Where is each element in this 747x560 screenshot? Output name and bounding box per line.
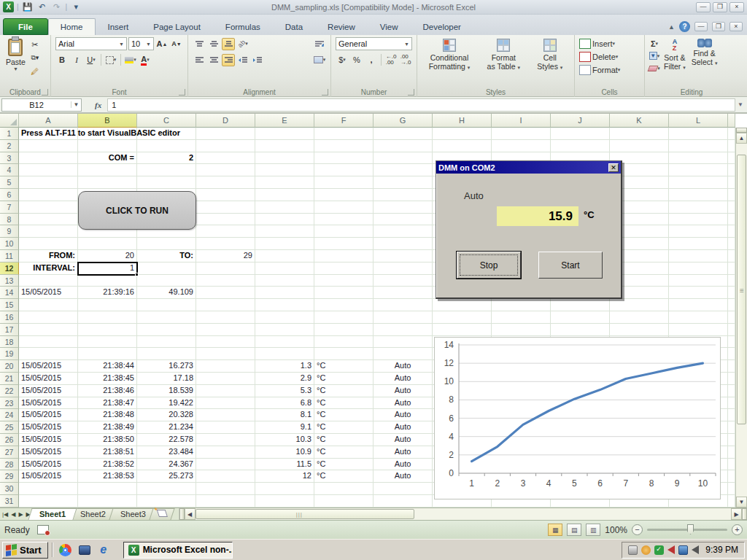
cell-C17[interactable] bbox=[137, 324, 196, 336]
row-header-8[interactable]: 8 bbox=[0, 214, 19, 226]
cell-A24[interactable]: 15/05/2015 bbox=[19, 409, 78, 421]
cell-G25[interactable]: Auto bbox=[374, 421, 433, 434]
cell-B25[interactable]: 21:38:49 bbox=[78, 421, 137, 434]
qat-customize-icon[interactable]: ▾ bbox=[70, 1, 82, 12]
row-header-23[interactable]: 23 bbox=[0, 397, 19, 410]
cell-C18[interactable] bbox=[137, 336, 196, 349]
number-dialog-launcher[interactable] bbox=[408, 89, 414, 96]
cell-E18[interactable] bbox=[255, 336, 314, 349]
cell-J16[interactable] bbox=[551, 311, 610, 324]
cell-L6[interactable] bbox=[669, 189, 728, 201]
row-header-10[interactable]: 10 bbox=[0, 238, 19, 250]
cell-A14[interactable]: 15/05/2015 bbox=[19, 287, 78, 299]
row-header-21[interactable]: 21 bbox=[0, 373, 19, 385]
font-dialog-launcher[interactable] bbox=[179, 89, 185, 96]
row-header-30[interactable]: 30 bbox=[0, 483, 19, 495]
cell-D20[interactable] bbox=[196, 360, 255, 373]
cell-A11[interactable]: FROM: bbox=[19, 250, 78, 262]
row-header-28[interactable]: 28 bbox=[0, 459, 19, 471]
cell-B14[interactable]: 21:39:16 bbox=[78, 287, 137, 299]
tray-sync-icon[interactable] bbox=[654, 545, 664, 555]
cell-F5[interactable] bbox=[314, 176, 374, 189]
cell-G24[interactable]: Auto bbox=[374, 409, 433, 421]
cell-A7[interactable] bbox=[19, 201, 78, 214]
redo-icon[interactable]: ↷ bbox=[51, 1, 63, 12]
tray-printer-icon[interactable] bbox=[628, 545, 638, 555]
cell-E4[interactable] bbox=[255, 164, 314, 176]
cell-D1[interactable] bbox=[196, 128, 255, 140]
cell-E20[interactable]: 1.3 bbox=[255, 360, 314, 373]
cell-J1[interactable] bbox=[551, 128, 610, 140]
horizontal-scroll-thumb[interactable] bbox=[196, 509, 414, 519]
cell-G30[interactable] bbox=[374, 483, 433, 495]
cell-A20[interactable]: 15/05/2015 bbox=[19, 360, 78, 373]
autosum-icon[interactable]: Σ ▾ bbox=[648, 37, 661, 50]
font-size-combo[interactable]: 10▼ bbox=[128, 37, 154, 50]
cell-G10[interactable] bbox=[374, 238, 433, 250]
font-color-icon[interactable]: A▾ bbox=[139, 54, 152, 66]
cell-E22[interactable]: 5.3 bbox=[255, 385, 314, 397]
cell-D16[interactable] bbox=[196, 311, 255, 324]
cell-A28[interactable]: 15/05/2015 bbox=[19, 459, 78, 471]
scroll-right-icon[interactable]: ▶ bbox=[731, 508, 742, 520]
name-box-dropdown-icon[interactable]: ▼ bbox=[71, 101, 81, 108]
cell-G13[interactable] bbox=[374, 275, 433, 287]
cell-C24[interactable]: 20.328 bbox=[137, 409, 196, 421]
paste-button[interactable]: Paste▼ bbox=[3, 37, 28, 77]
cell-F1[interactable] bbox=[314, 128, 374, 140]
cell-E30[interactable] bbox=[255, 483, 314, 495]
fill-icon[interactable]: ▼ ▾ bbox=[648, 50, 661, 62]
active-cell-selection[interactable] bbox=[77, 262, 138, 276]
cell-E7[interactable] bbox=[255, 201, 314, 214]
cell-D21[interactable] bbox=[196, 373, 255, 385]
cell-F29[interactable]: °C bbox=[314, 470, 374, 483]
cell-L15[interactable] bbox=[669, 299, 728, 311]
vertical-scroll-thumb[interactable] bbox=[737, 155, 746, 424]
cell-D9[interactable] bbox=[196, 225, 255, 238]
cell-F31[interactable] bbox=[314, 495, 374, 508]
cell-D8[interactable] bbox=[196, 214, 255, 226]
cell-G22[interactable]: Auto bbox=[374, 385, 433, 397]
column-header-E[interactable]: E bbox=[255, 114, 314, 128]
fill-handle[interactable] bbox=[135, 273, 139, 276]
column-header-L[interactable]: L bbox=[669, 114, 728, 128]
excel-task-button[interactable]: X Microsoft Excel non-... bbox=[123, 542, 233, 559]
align-right-icon[interactable] bbox=[222, 54, 235, 66]
cell-E2[interactable] bbox=[255, 140, 314, 152]
undo-icon[interactable]: ↶ bbox=[36, 1, 48, 12]
cell-E3[interactable] bbox=[255, 152, 314, 165]
cell-L3[interactable] bbox=[669, 152, 728, 165]
cell-G8[interactable] bbox=[374, 214, 433, 226]
cell-F30[interactable] bbox=[314, 483, 374, 495]
row-header-9[interactable]: 9 bbox=[0, 225, 19, 238]
tab-data[interactable]: Data bbox=[273, 18, 315, 35]
cell-C26[interactable]: 22.578 bbox=[137, 434, 196, 446]
cell-A18[interactable] bbox=[19, 336, 78, 349]
cell-F12[interactable] bbox=[314, 262, 374, 275]
cell-B20[interactable]: 21:38:44 bbox=[78, 360, 137, 373]
cell-G18[interactable] bbox=[374, 336, 433, 349]
row-header-19[interactable]: 19 bbox=[0, 348, 19, 360]
cell-B29[interactable]: 21:38:53 bbox=[78, 470, 137, 483]
cell-E5[interactable] bbox=[255, 176, 314, 189]
format-as-table-button[interactable]: Formatas Table ▾ bbox=[484, 37, 523, 72]
cell-D14[interactable] bbox=[196, 287, 255, 299]
cell-B15[interactable] bbox=[78, 299, 137, 311]
cell-B26[interactable]: 21:38:50 bbox=[78, 434, 137, 446]
cell-D29[interactable] bbox=[196, 470, 255, 483]
cell-G12[interactable] bbox=[374, 262, 433, 275]
cell-B5[interactable] bbox=[78, 176, 137, 189]
borders-icon[interactable]: ▾ bbox=[104, 54, 117, 66]
cell-E29[interactable]: 12 bbox=[255, 470, 314, 483]
cell-F28[interactable]: °C bbox=[314, 459, 374, 471]
row-header-20[interactable]: 20 bbox=[0, 360, 19, 373]
cell-E28[interactable]: 11.5 bbox=[255, 459, 314, 471]
cell-H16[interactable] bbox=[433, 311, 492, 324]
shrink-font-icon[interactable]: A▼ bbox=[170, 38, 183, 50]
cell-G21[interactable]: Auto bbox=[374, 373, 433, 385]
cell-A22[interactable]: 15/05/2015 bbox=[19, 385, 78, 397]
vertical-split-handle[interactable] bbox=[736, 128, 747, 133]
find-select-button[interactable]: Find &Select ▾ bbox=[689, 37, 721, 74]
page-break-view-icon[interactable]: ▥ bbox=[586, 524, 600, 536]
horizontal-split-handle[interactable] bbox=[179, 508, 185, 520]
